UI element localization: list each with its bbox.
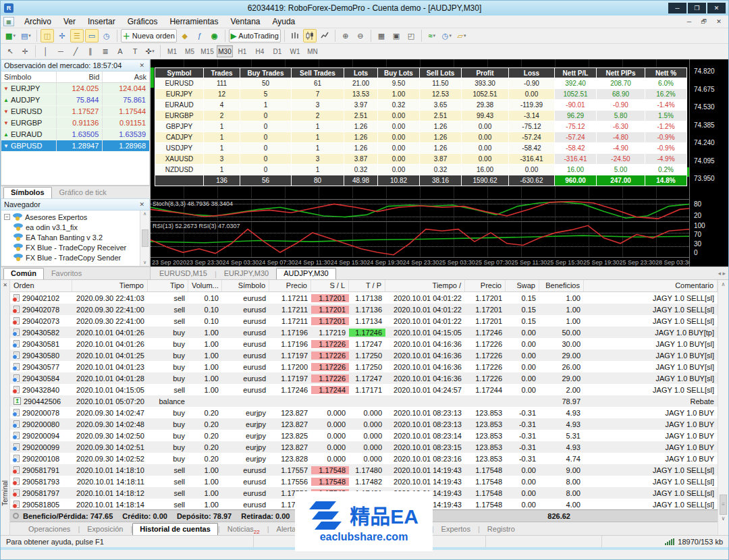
indicators-button[interactable]: ≈▾ <box>425 29 439 43</box>
chart-area[interactable]: SymbolTradesBuy TradesSell TradesLotsBuy… <box>151 59 728 267</box>
table-row-order-290430577[interactable]: 2904305772020.10.01 04:01:23buy1.00eurus… <box>10 361 718 372</box>
expert-advisors-button[interactable]: ◆ <box>178 29 192 43</box>
tree-item-fx-blue-tradecopy-sender[interactable]: FX Blue - TradeCopy Sender <box>4 252 149 262</box>
time-axis[interactable]: 23 Sep 202023 Sep 23:3024 Sep 03:3024 Se… <box>151 257 691 267</box>
collapse-icon[interactable]: − <box>4 214 10 220</box>
orders-col-12[interactable]: Comentario <box>584 280 718 291</box>
navigator-scrollbar[interactable]: ∧ ∨ <box>140 211 149 266</box>
arrange-windows-button[interactable]: ▣ <box>389 29 403 43</box>
dash-col-sell-trades[interactable]: Sell Trades <box>292 68 344 78</box>
terminal-toggle[interactable]: ▭ <box>85 29 99 43</box>
timeframe-d1[interactable]: D1 <box>269 45 286 57</box>
new-order-button[interactable]: ＋Nueva orden <box>121 29 177 43</box>
orders-scrollbar[interactable]: ∧ ≡ ∨ <box>718 280 728 535</box>
chart-tab-eurusd-m15[interactable]: EURUSD,M15 <box>152 268 215 279</box>
child-minimize-button[interactable]: ─ <box>682 17 697 27</box>
timeframe-h4[interactable]: H4 <box>252 45 268 57</box>
arrows-tool[interactable]: ✜▾ <box>143 45 157 58</box>
rsi-pane[interactable]: RSI(13) 52.2673 RSI(3) 47.0307 <box>151 221 691 257</box>
crosshair-window-button[interactable]: ✢ <box>55 29 69 43</box>
orders-col-10[interactable]: Swap <box>506 280 539 291</box>
tree-item-ea-odin-v3-1-fix[interactable]: ea odin v3.1_fix <box>4 222 149 232</box>
terminal-tab-exposici-n[interactable]: Exposición <box>80 523 130 535</box>
table-row-order-290200099[interactable]: 2902000992020.09.30 14:02:51buy0.20eurjp… <box>10 441 718 453</box>
timeframe-mn[interactable]: MN <box>304 45 321 57</box>
orders-col-2[interactable]: Tipo <box>148 280 188 291</box>
dash-col-nett-p-l[interactable]: Nett P/L <box>555 68 597 78</box>
market-watch-toggle[interactable]: ◫ <box>40 29 54 43</box>
table-row-order-290200108[interactable]: 2902001082020.09.30 14:02:52buy0.20eurjp… <box>10 453 718 464</box>
dash-col-buy-trades[interactable]: Buy Trades <box>240 68 292 78</box>
line-chart-button[interactable] <box>318 29 331 43</box>
cascade-windows-button[interactable]: ◰ <box>404 29 418 43</box>
chart-tab-eurjpy-m30[interactable]: EURJPY,M30 <box>217 268 276 279</box>
zoom-out-button[interactable]: ⊖ <box>354 29 367 43</box>
zoom-in-button[interactable]: ⊕ <box>339 29 352 43</box>
price-axis[interactable]: 74.82074.67574.53074.38574.24074.09573.9… <box>689 59 728 267</box>
timeframe-w1[interactable]: W1 <box>287 45 303 57</box>
menu-item-insertar[interactable]: Insertar <box>82 16 122 28</box>
terminal-tab-expertos[interactable]: Expertos <box>434 523 478 535</box>
alerts-sound-button[interactable]: ◉ <box>208 29 221 43</box>
scroll-down-icon[interactable]: ∨ <box>143 260 146 265</box>
table-row-order-290442506[interactable]: ↥2904425062020.10.01 05:07:20balance78.9… <box>10 395 718 407</box>
dash-col-symbol[interactable]: Symbol <box>155 68 204 78</box>
menu-item-ver[interactable]: Ver <box>57 16 82 28</box>
col-simbolo[interactable]: Símbolo <box>1 72 57 82</box>
orders-col-1[interactable]: Tiempo <box>72 280 148 291</box>
orders-col-11[interactable]: Beneficios <box>539 280 584 291</box>
price-pane[interactable]: SymbolTradesBuy TradesSell TradesLotsBuy… <box>151 59 691 198</box>
close-button[interactable]: ✕ <box>707 3 726 13</box>
orders-col-6[interactable]: S / L <box>311 280 349 291</box>
col-ask[interactable]: Ask <box>103 72 149 82</box>
candlestick-button[interactable] <box>303 29 317 43</box>
table-row-order-290432840[interactable]: 2904328402020.10.01 04:15:05sell1.00euru… <box>10 384 718 395</box>
text-tool[interactable]: A <box>113 45 127 58</box>
text-label-tool[interactable]: T <box>128 45 142 58</box>
orders-col-4[interactable]: Símbolo <box>222 280 269 291</box>
templates-button[interactable]: ▱▾ <box>455 29 468 43</box>
orders-col-0[interactable]: Orden <box>10 280 72 291</box>
table-row-order-290402073[interactable]: 2904020732020.09.30 22:41:00sell0.10euru… <box>10 315 718 327</box>
channel-tool[interactable]: ∥ <box>84 45 97 58</box>
tree-item-ea-tahan-banting-v-3-2[interactable]: EA Tahan Banting v 3.2 <box>4 232 149 242</box>
tab-com-n[interactable]: Común <box>3 268 44 279</box>
child-restore-button[interactable]: 🗗 <box>697 17 711 27</box>
terminal-tab-registro[interactable]: Registro <box>480 523 522 535</box>
scroll-down-icon[interactable]: ∨ <box>718 515 728 522</box>
terminal-tab-noticias[interactable]: Noticias22 <box>220 523 267 535</box>
market-watch-row-gbpusd[interactable]: ▼GBPUSD1.289471.28968 <box>1 140 149 152</box>
fibonacci-tool[interactable]: ≣ <box>99 45 112 58</box>
tab-favoritos[interactable]: Favoritos <box>44 268 89 279</box>
profiles-button[interactable]: ▤▾ <box>19 29 33 43</box>
dash-col-trades[interactable]: Trades <box>204 68 240 78</box>
trendline-tool[interactable]: ╱ <box>69 45 82 58</box>
table-row-order-290200080[interactable]: 2902000802020.09.30 14:02:48buy0.20eurjp… <box>10 418 718 430</box>
dash-col-lots[interactable]: Lots <box>344 68 378 78</box>
scroll-thumb[interactable]: ≡ <box>720 495 727 515</box>
terminal-close-icon[interactable]: ✕ <box>3 282 7 288</box>
dash-col-buy-lots[interactable]: Buy Lots <box>378 68 420 78</box>
orders-col-5[interactable]: Precio <box>269 280 311 291</box>
menu-item-gráficos[interactable]: Gráficos <box>122 16 164 28</box>
scroll-thumb[interactable] <box>142 229 148 247</box>
tile-windows-button[interactable]: ▦ <box>375 29 388 43</box>
table-row-order-290581791[interactable]: 2905817912020.10.01 14:18:10sell1.00euru… <box>10 464 718 476</box>
chart-tab-audjpy-m30[interactable]: AUDJPY,M30 <box>276 268 335 279</box>
table-row-order-290430584[interactable]: 2904305842020.10.01 04:01:28buy1.00eurus… <box>10 372 718 384</box>
orders-col-3[interactable]: Volum... <box>188 280 222 291</box>
menu-item-archivo[interactable]: Archivo <box>18 16 57 28</box>
orders-col-9[interactable]: Precio <box>465 280 506 291</box>
table-row-order-290402102[interactable]: 2904021022020.09.30 22:41:03sell0.10euru… <box>10 292 718 304</box>
timeframe-m1[interactable]: M1 <box>164 45 180 57</box>
timeframe-m30[interactable]: M30 <box>217 45 233 57</box>
timeframe-h1[interactable]: H1 <box>234 45 250 57</box>
maximize-button[interactable]: ❐ <box>688 3 706 13</box>
orders-col-8[interactable]: Tiempo / <box>385 280 465 291</box>
dash-col-sell-lots[interactable]: Sell Lots <box>420 68 462 78</box>
strategy-tester-toggle[interactable]: ◷ <box>100 29 113 43</box>
tree-item-asesores-expertos[interactable]: − Asesores Expertos <box>4 212 149 222</box>
col-bid[interactable]: Bid <box>57 72 103 82</box>
navigator-toggle[interactable]: ☰ <box>70 29 84 43</box>
market-watch-row-audjpy[interactable]: ▲AUDJPY75.84475.861 <box>1 94 149 106</box>
